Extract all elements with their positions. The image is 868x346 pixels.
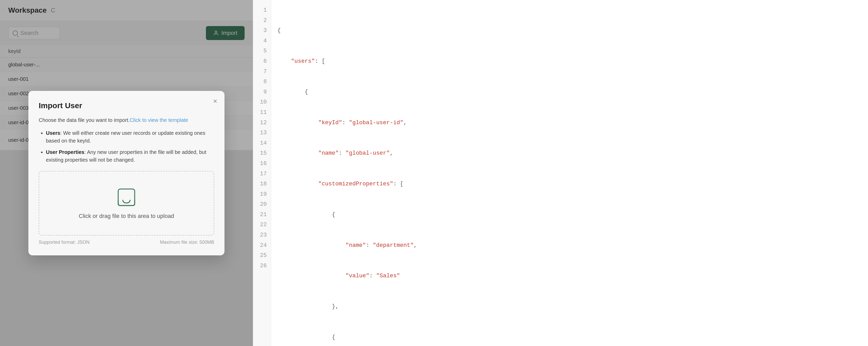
bullet-properties-title: User Properties — [46, 149, 84, 155]
code-line-5: "name": "global-user", — [277, 148, 862, 158]
upload-inbox-icon — [116, 187, 137, 208]
modal-close-button[interactable]: × — [213, 97, 217, 105]
right-panel: 1 2 3 4 5 6 7 8 9 10 11 12 13 14 15 16 1… — [253, 0, 868, 346]
modal-title: Import User — [39, 101, 214, 110]
import-modal: × Import User Choose the data file you w… — [28, 91, 224, 255]
max-file-size: Maximum file size: 500MB — [160, 240, 214, 245]
code-content: { "users": [ { "keyId": "global-user-id"… — [271, 0, 868, 346]
bullet-users-title: Users — [46, 130, 60, 136]
modal-overlay: × Import User Choose the data file you w… — [0, 0, 253, 346]
upload-area[interactable]: Click or drag file to this area to uploa… — [39, 171, 214, 235]
modal-description-text: Choose the data file you want to import. — [39, 117, 129, 123]
code-container: 1 2 3 4 5 6 7 8 9 10 11 12 13 14 15 16 1… — [253, 0, 868, 346]
code-line-2: "users": [ — [277, 56, 862, 67]
code-line-11: { — [277, 332, 862, 343]
bullet-users-text: : We will either create new user records… — [46, 130, 206, 144]
code-line-9: "value": "Sales" — [277, 271, 862, 281]
bullet-properties: User Properties: Any new user properties… — [46, 148, 214, 164]
code-line-3: { — [277, 87, 862, 97]
code-line-1: { — [277, 26, 862, 36]
upload-text: Click or drag file to this area to uploa… — [79, 213, 174, 220]
code-line-7: { — [277, 210, 862, 220]
modal-description: Choose the data file you want to import.… — [39, 116, 214, 124]
supported-format: Supported format: JSON — [39, 240, 90, 245]
modal-bullet-list: Users: We will either create new user re… — [39, 129, 214, 164]
left-panel: Workspace C Search Import keyId global-u… — [0, 0, 253, 346]
code-line-8: "name": "department", — [277, 240, 862, 251]
line-numbers: 1 2 3 4 5 6 7 8 9 10 11 12 13 14 15 16 1… — [253, 0, 271, 346]
template-link[interactable]: Click to view the template — [129, 117, 188, 123]
code-line-6: "customizedProperties": [ — [277, 179, 862, 189]
upload-meta: Supported format: JSON Maximum file size… — [39, 240, 214, 245]
bullet-users: Users: We will either create new user re… — [46, 129, 214, 145]
code-line-4: "keyId": "global-user-id", — [277, 118, 862, 128]
code-line-10: }, — [277, 301, 862, 312]
